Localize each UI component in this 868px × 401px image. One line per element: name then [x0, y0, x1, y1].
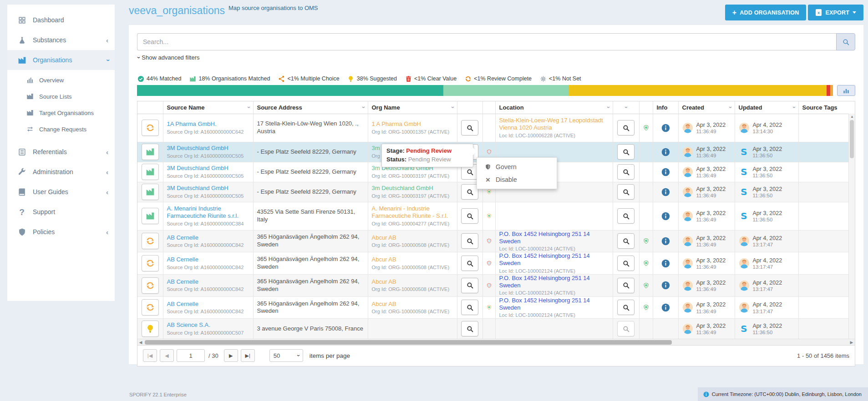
info-icon[interactable]	[657, 212, 675, 221]
refresh-row-icon[interactable]	[142, 277, 159, 294]
org-search-button[interactable]	[461, 278, 478, 293]
refresh-row-icon[interactable]	[142, 120, 159, 136]
next-page-button[interactable]: ▶	[224, 349, 238, 362]
search-input[interactable]	[137, 33, 836, 50]
column-header-loc-search[interactable]: ‹	[613, 101, 639, 114]
source-name-link[interactable]: 3M Deutschland GmbH	[167, 145, 249, 152]
sidebar-item-policies[interactable]: Policies‹	[7, 222, 115, 242]
source-name-link[interactable]: AB Science S.A.	[167, 321, 249, 329]
org-search-button[interactable]	[461, 184, 478, 200]
location-link[interactable]: P.O. Box 1452 Helsingborg 251 14 Sweden	[499, 231, 609, 246]
last-page-button[interactable]: ▶|	[241, 349, 255, 362]
location-search-button[interactable]	[617, 233, 635, 249]
location-status-shield-icon[interactable]	[643, 281, 649, 291]
column-header-source-address[interactable]: Source Address‹	[253, 101, 368, 114]
column-header-updated[interactable]: Updated‹	[735, 101, 798, 114]
org-search-button[interactable]	[461, 120, 478, 135]
table-row[interactable]: AB CernelleSource Org Id: A1600000000C84…	[137, 252, 849, 275]
location-search-button[interactable]	[617, 321, 635, 336]
location-search-button[interactable]	[617, 184, 635, 200]
column-header-created[interactable]: Created‹	[678, 101, 735, 114]
location-status-shield-icon[interactable]	[643, 258, 649, 268]
info-icon[interactable]	[657, 303, 675, 312]
table-row[interactable]: AB CernelleSource Org Id: A1600000000C84…	[137, 274, 849, 296]
page-number-input[interactable]	[177, 349, 205, 362]
sort-chevron-icon[interactable]: ‹	[605, 106, 611, 108]
location-link[interactable]: P.O. Box 1452 Helsingborg 251 14 Sweden	[499, 275, 609, 290]
factory-row-icon[interactable]	[142, 164, 159, 180]
source-name-link[interactable]: 3M Deutschland GmbH	[167, 185, 249, 192]
refresh-row-icon[interactable]	[142, 299, 159, 316]
location-link[interactable]: Stella-Klein-Loew-Weg 17 Leopoldstadt Vi…	[499, 117, 609, 132]
location-search-button[interactable]	[617, 120, 635, 135]
advanced-filters-toggle[interactable]: ‹ Show advanced filters	[137, 53, 200, 62]
chart-toggle-button[interactable]	[837, 85, 855, 96]
location-search-button[interactable]	[617, 300, 635, 315]
org-status-yellow-check-shield-icon[interactable]	[487, 302, 492, 312]
source-name-link[interactable]: AB Cernelle	[167, 234, 249, 241]
scroll-right-arrow[interactable]: ▶	[848, 339, 855, 346]
refresh-row-icon[interactable]	[142, 233, 159, 249]
org-search-button[interactable]	[461, 256, 478, 271]
sidebar-item-user-guides[interactable]: User Guides‹	[7, 182, 115, 202]
sidebar-subitem-overview[interactable]: Overview	[7, 72, 115, 88]
sort-chevron-icon[interactable]: ‹	[791, 106, 797, 108]
sidebar-subitem-source-lists[interactable]: Source Lists	[7, 88, 115, 105]
vertical-scroll-thumb[interactable]	[850, 120, 854, 158]
org-search-button[interactable]	[461, 300, 478, 315]
scroll-left-arrow[interactable]: ◀	[137, 339, 144, 346]
sidebar-subitem-target-organisations[interactable]: Target Organisations	[7, 105, 115, 121]
sort-chevron-icon[interactable]: ‹	[727, 106, 733, 108]
source-name-link[interactable]: AB Cernelle	[167, 256, 249, 263]
menu-item-disable[interactable]: × Disable	[477, 173, 557, 186]
info-icon[interactable]	[657, 259, 675, 268]
source-name-link[interactable]: 3M Deutschland GmbH	[167, 165, 249, 172]
info-icon[interactable]	[657, 281, 675, 290]
prev-page-button[interactable]: ◀	[160, 349, 174, 362]
source-name-link[interactable]: A. Menarini Industrie Farmaceutiche Riun…	[167, 205, 249, 220]
org-status-red-refresh-shield-icon[interactable]	[487, 236, 492, 246]
table-row[interactable]: 1A Pharma GmbH.Source Org Id: A160000000…	[137, 114, 849, 142]
sidebar-item-referentials[interactable]: Referentials‹	[7, 142, 115, 162]
info-icon[interactable]	[657, 124, 675, 132]
column-header-source-name[interactable]: Source Name‹	[163, 101, 253, 114]
org-status-red-refresh-shield-icon[interactable]	[487, 147, 492, 157]
sort-chevron-icon[interactable]: ‹	[245, 106, 252, 108]
org-status-red-refresh-shield-icon[interactable]	[487, 281, 492, 291]
org-status-red-refresh-shield-icon[interactable]	[487, 258, 492, 268]
refresh-row-icon[interactable]	[142, 255, 159, 271]
org-search-button[interactable]	[461, 208, 478, 224]
location-search-button[interactable]	[617, 208, 635, 224]
sidebar-item-support[interactable]: ?Support	[7, 202, 115, 222]
factory-row-icon[interactable]	[142, 184, 159, 200]
location-status-shield-icon[interactable]	[643, 123, 649, 133]
sort-chevron-icon[interactable]: ‹	[449, 106, 456, 108]
sort-chevron-icon[interactable]: ‹	[360, 106, 366, 108]
location-search-button[interactable]	[617, 278, 635, 293]
factory-row-icon[interactable]	[142, 208, 159, 224]
location-link[interactable]: P.O. Box 1452 Helsingborg 251 14 Sweden	[499, 297, 609, 312]
source-name-link[interactable]: AB Cernelle	[167, 301, 249, 308]
source-name-link[interactable]: 1A Pharma GmbH.	[167, 120, 249, 128]
scroll-up-arrow[interactable]: ▲	[849, 114, 855, 120]
info-icon[interactable]	[657, 237, 675, 246]
bulb-row-icon[interactable]	[142, 321, 159, 337]
sort-chevron-icon[interactable]: ‹	[623, 106, 629, 108]
sidebar-subitem-change-requests[interactable]: Change Requests	[7, 121, 115, 137]
sidebar-item-organisations[interactable]: Organisations‹	[7, 50, 115, 70]
org-status-yellow-check-shield-icon[interactable]	[487, 211, 492, 221]
org-search-button[interactable]	[461, 321, 478, 336]
info-icon[interactable]	[657, 148, 675, 156]
menu-item-govern[interactable]: Govern	[477, 160, 557, 173]
add-organisation-button[interactable]: + ADD ORGANISATION	[725, 5, 807, 20]
sidebar-item-administration[interactable]: Administration‹	[7, 162, 115, 182]
org-search-button[interactable]	[461, 233, 478, 249]
table-row[interactable]: AB CernelleSource Org Id: A1600000000C84…	[137, 230, 849, 252]
vertical-scrollbar[interactable]: ▲ ▼	[848, 114, 855, 343]
export-button[interactable]: x EXPORT	[808, 5, 863, 20]
horizontal-scroll-thumb[interactable]	[145, 340, 672, 345]
info-icon[interactable]	[657, 168, 675, 176]
location-status-shield-icon[interactable]	[643, 236, 649, 246]
location-search-button[interactable]	[617, 144, 635, 160]
factory-row-icon[interactable]	[142, 144, 159, 160]
